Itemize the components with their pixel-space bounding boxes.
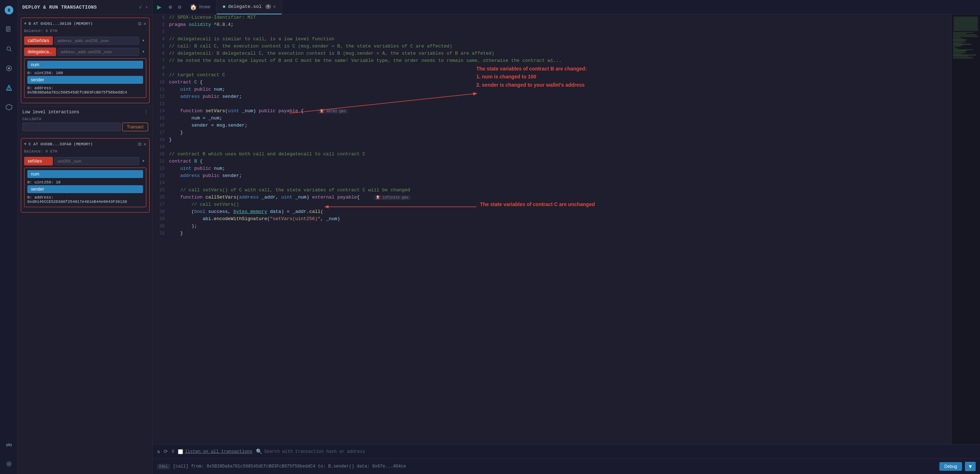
delegatecall-input[interactable] (57, 48, 139, 56)
search-icon: 🔍 (256, 448, 262, 455)
panel-title: DEPLOY & RUN TRANSACTIONS (22, 5, 136, 10)
calldata-input[interactable] (22, 123, 121, 131)
delegatecall-btn[interactable]: delegateca... (24, 48, 56, 56)
callsetvars-btn[interactable]: callSetVars (24, 36, 53, 45)
icon-bar: R (0, 0, 18, 474)
main-area: ▶ ⊕ ⊖ 🏠 Home ● delegate.sol 4 ✕ 1 // SPD… (153, 0, 980, 474)
setvars-input[interactable] (54, 157, 139, 165)
debug-btn[interactable]: Debug (939, 462, 962, 471)
callsetvars-input[interactable] (54, 37, 139, 45)
panel-header: DEPLOY & RUN TRANSACTIONS ✓ › (18, 0, 153, 15)
compile-icon[interactable] (3, 62, 16, 75)
minimap-line (953, 55, 976, 55)
calldata-row: Transact (22, 123, 148, 131)
minimap-line (953, 48, 958, 49)
panel-arrow[interactable]: › (145, 4, 148, 10)
minimap-line (953, 44, 971, 45)
code-line-19: 19 (153, 144, 951, 151)
listen-check: listen on all transactions (178, 449, 252, 454)
minimap-line (953, 49, 974, 50)
minimap-line (953, 58, 972, 59)
svg-rect-15 (10, 444, 11, 446)
minimap-line (953, 43, 962, 43)
sender-btn-c[interactable]: sender (27, 185, 143, 193)
code-line-31: 31 } (153, 230, 951, 237)
code-line-26: 26 function callSetVars(address _addr, u… (153, 194, 951, 201)
deploy-icon[interactable] (3, 81, 16, 94)
contract-b-toggle[interactable]: ▼ (24, 22, 27, 26)
contract-b-vars: num 0: uint256: 100 sender 0: address: 0… (24, 58, 146, 98)
file-icon[interactable] (3, 23, 16, 36)
contract-c-vars: num 0: uint256: 10 sender 0: address: 0x… (24, 168, 146, 207)
code-line-2: 2 pragma solidity ^0.8.4; (153, 22, 951, 29)
num-value-c: 0: uint256: 10 (27, 179, 143, 185)
code-line-29: 29 abi.encodeWithSignature("setVars(uint… (153, 216, 951, 223)
sender-btn-b[interactable]: sender (27, 76, 143, 84)
tab-bar: 🏠 Home ● delegate.sol 4 ✕ (184, 0, 980, 14)
svg-rect-5 (7, 30, 9, 30)
code-line-11: 11 uint public num; (153, 86, 951, 94)
run-btn[interactable]: ▶ (153, 3, 166, 11)
code-line-22: 22 uint public num; (153, 166, 951, 172)
bottom-toolbar: ⇅ ⟳ 0 listen on all transactions 🔍 Searc… (153, 445, 980, 459)
bottom-expand-icon[interactable]: ⇅ (157, 448, 160, 455)
svg-rect-14 (6, 444, 8, 446)
svg-rect-4 (7, 29, 10, 29)
tab-home[interactable]: 🏠 Home (184, 0, 216, 14)
contract-b-header: ▼ B AT 0XD91...39138 (MEMORY) ⧉ ✕ (24, 21, 146, 27)
code-line-5: 5 // call: B call C, the execution conte… (153, 43, 951, 50)
minimap-line (953, 57, 974, 57)
num-btn-b[interactable]: num (27, 61, 143, 69)
tab-close-icon[interactable]: ✕ (273, 4, 276, 10)
setvars-btn[interactable]: setVars (24, 157, 53, 166)
minimap-line (953, 47, 956, 48)
minimap-content (951, 14, 980, 60)
tx-log-row: CALL [call] from: 0x5B38Da6a701c568545dC… (153, 459, 980, 474)
settings-icon[interactable] (3, 458, 16, 471)
tx-count: 0 (172, 449, 174, 454)
expand-btn[interactable]: ▼ (965, 462, 976, 471)
delegatecall-row: delegateca... ▾ (24, 47, 146, 56)
minimap-line (953, 51, 964, 52)
zoom-out-btn[interactable]: ⊖ (175, 3, 185, 11)
left-panel: DEPLOY & RUN TRANSACTIONS ✓ › ▼ B AT 0XD… (18, 0, 153, 474)
code-line-16: 16 sender = msg.sender; (153, 122, 951, 129)
code-line-3: 3 (153, 29, 951, 36)
contract-b-close-icon[interactable]: ✕ (143, 21, 146, 27)
setvars-dropdown[interactable]: ▾ (140, 156, 146, 166)
minimap-line (953, 35, 977, 36)
code-line-1: 1 // SPDX-License-Identifier: MIT (153, 14, 951, 22)
zoom-in-btn[interactable]: ⊕ (166, 3, 175, 11)
contract-b-copy-icon[interactable]: ⧉ (138, 21, 141, 27)
code-area-wrapper: 1 // SPDX-License-Identifier: MIT 2 prag… (153, 14, 980, 444)
code-editor[interactable]: 1 // SPDX-License-Identifier: MIT 2 prag… (153, 14, 951, 444)
num-btn-c[interactable]: num (27, 170, 143, 178)
code-line-4: 4 // delegatecall is similar to call, is… (153, 36, 951, 43)
plugin2-icon[interactable] (3, 438, 16, 451)
low-level-info-icon[interactable]: ⋮ (144, 109, 148, 115)
contract-b-label: B AT 0XD91...39138 (MEMORY) (29, 22, 136, 26)
setvars-row: setVars ▾ (24, 156, 146, 166)
tab-delegate[interactable]: ● delegate.sol 4 ✕ (217, 0, 282, 14)
code-line-25: 25 // call setVars() of C with call, the… (153, 187, 951, 194)
plugin-icon[interactable] (3, 101, 16, 113)
search-placeholder: Search with transaction hash or address (264, 449, 365, 454)
search-icon[interactable] (3, 42, 16, 55)
transact-btn[interactable]: Transact (122, 123, 148, 131)
logo-icon[interactable]: R (3, 3, 16, 16)
low-level-label: Low level interactions ⋮ (22, 109, 148, 115)
contract-c-close-icon[interactable]: ✕ (143, 141, 146, 147)
contract-c-copy-icon[interactable]: ⧉ (138, 142, 141, 147)
contract-c-toggle[interactable]: ▼ (24, 142, 27, 146)
code-line-15: 15 num = _num; (153, 115, 951, 122)
bottom-clock-icon[interactable]: ⟳ (164, 448, 168, 455)
code-line-12: 12 address public sender; (153, 94, 951, 101)
sender-value-c: 0: address: 0xd9145CCE52D386f254917e481e… (27, 195, 143, 204)
delegatecall-dropdown[interactable]: ▾ (140, 47, 146, 56)
callsetvars-dropdown[interactable]: ▾ (140, 36, 146, 45)
contract-c-label: C AT 0XD8B...33FA8 (MEMORY) (29, 142, 136, 146)
listen-checkbox[interactable] (178, 449, 183, 454)
code-line-7: 7 // be noted the data storage layout of… (153, 57, 951, 65)
code-line-24: 24 (153, 180, 951, 187)
icon-bar-bottom (3, 438, 16, 474)
